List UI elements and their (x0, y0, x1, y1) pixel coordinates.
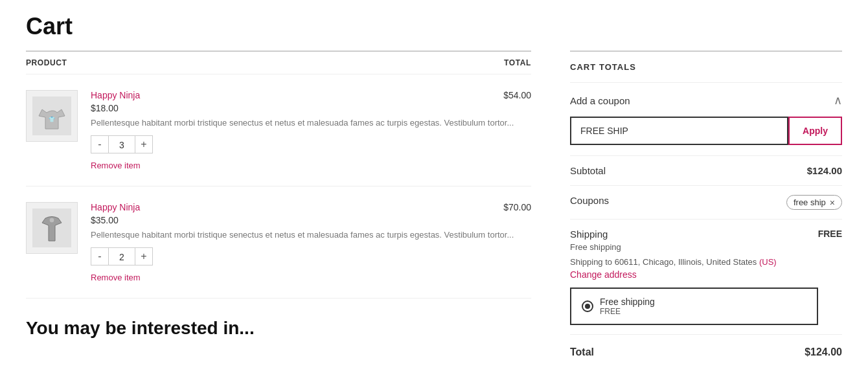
svg-point-3 (49, 218, 54, 223)
shipping-value: FREE (818, 229, 842, 239)
shipping-free-text: Free shipping (570, 242, 818, 252)
qty-increase-1[interactable]: + (135, 135, 153, 153)
coupon-section: Add a coupon ∧ Apply (570, 83, 842, 156)
shipping-to: Shipping to 60611, Chicago, Illinois, Un… (570, 257, 818, 267)
item-price-1: $18.00 (91, 103, 531, 113)
page-title: Cart (26, 13, 842, 40)
radio-button[interactable] (582, 300, 593, 312)
svg-text:👕: 👕 (49, 116, 55, 122)
cart-item: 👕 Happy Ninja $18.00 Pellentesque habita… (26, 74, 531, 186)
shipping-row: Shipping Free shipping Shipping to 60611… (570, 220, 842, 335)
total-row: Total $124.00 (570, 335, 842, 370)
total-label: Total (570, 346, 594, 358)
cart-totals: CART TOTALS Add a coupon ∧ Apply Subtota… (570, 51, 842, 370)
item-desc-2: Pellentesque habitant morbi tristique se… (91, 229, 531, 241)
chevron-up-icon: ∧ (834, 93, 842, 107)
item-name-2[interactable]: Happy Ninja (91, 202, 140, 212)
coupon-tag-remove-button[interactable]: × (830, 198, 835, 207)
item-desc-1: Pellentesque habitant morbi tristique se… (91, 117, 531, 129)
subtotal-row: Subtotal $124.00 (570, 156, 842, 186)
shipping-option[interactable]: Free shipping FREE (570, 288, 818, 325)
coupon-header[interactable]: Add a coupon ∧ (570, 93, 842, 107)
coupon-input-row: Apply (570, 117, 842, 145)
total-value: $124.00 (805, 346, 842, 358)
subtotal-value: $124.00 (807, 165, 842, 176)
subtotal-label: Subtotal (570, 165, 606, 176)
interested-title: You may be interested in... (26, 318, 531, 339)
coupon-header-label: Add a coupon (570, 95, 630, 106)
col-total-header: TOTAL (504, 58, 531, 67)
shipping-option-price: FREE (600, 307, 655, 316)
shipping-option-name: Free shipping (600, 297, 655, 307)
qty-decrease-1[interactable]: - (91, 135, 109, 153)
item-details-1: Happy Ninja $18.00 Pellentesque habitant… (91, 90, 531, 170)
qty-control-1: - 3 + (91, 135, 531, 153)
cart-item: Happy Ninja $35.00 Pellentesque habitant… (26, 186, 531, 299)
radio-dot (585, 304, 590, 309)
qty-control-2: - 2 + (91, 247, 531, 265)
coupon-tag: free ship × (786, 195, 842, 210)
item-price-2: $35.00 (91, 215, 531, 225)
remove-item-2[interactable]: Remove item (91, 273, 141, 282)
coupons-row: Coupons free ship × (570, 186, 842, 220)
coupons-label: Coupons (570, 195, 609, 206)
coupon-tag-name: free ship (794, 198, 826, 207)
shipping-to-text: Shipping to 60611, Chicago, Illinois, Un… (570, 257, 757, 267)
qty-decrease-2[interactable]: - (91, 247, 109, 265)
qty-value-1: 3 (109, 135, 135, 153)
shipping-left: Shipping Free shipping Shipping to 60611… (570, 229, 818, 325)
coupon-apply-button[interactable]: Apply (788, 117, 842, 145)
qty-increase-2[interactable]: + (135, 247, 153, 265)
qty-value-2: 2 (109, 247, 135, 265)
product-image-1: 👕 (26, 90, 78, 142)
item-total-2: $70.00 (503, 202, 531, 212)
coupon-input[interactable] (570, 117, 788, 145)
item-name-1[interactable]: Happy Ninja (91, 90, 140, 100)
shipping-to-link[interactable]: (US) (759, 257, 777, 267)
shipping-option-text: Free shipping FREE (600, 297, 655, 316)
coupon-tags: free ship × (786, 195, 842, 210)
shipping-label: Shipping (570, 229, 818, 240)
col-product-header: PRODUCT (26, 58, 67, 67)
item-details-2: Happy Ninja $35.00 Pellentesque habitant… (91, 202, 531, 282)
change-address-link[interactable]: Change address (570, 269, 637, 280)
product-image-2 (26, 202, 78, 254)
cart-totals-title: CART TOTALS (570, 51, 842, 83)
item-total-1: $54.00 (503, 90, 531, 100)
remove-item-1[interactable]: Remove item (91, 161, 141, 170)
cart-table: PRODUCT TOTAL 👕 Happy Ninja $18.00 Pelle… (26, 51, 531, 339)
